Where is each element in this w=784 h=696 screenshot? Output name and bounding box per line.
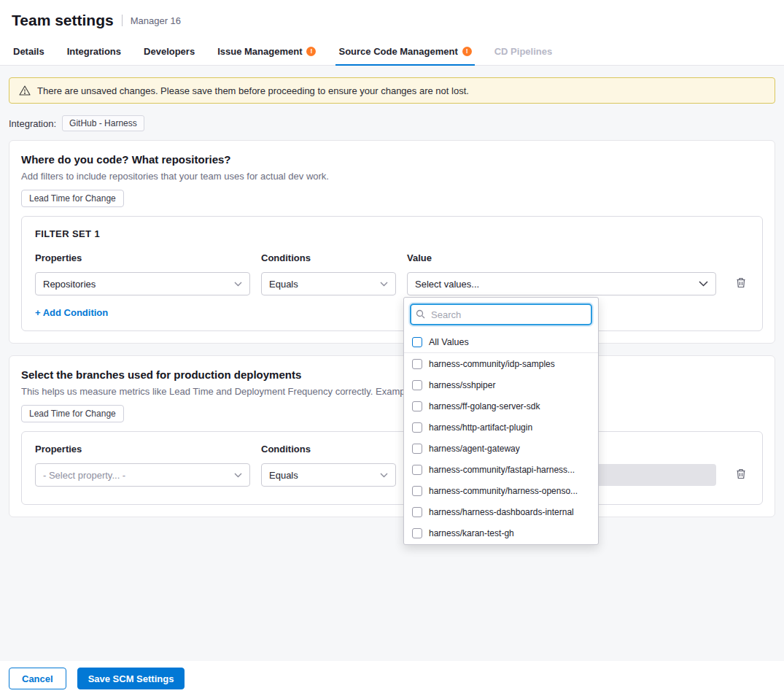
properties-column-label: Properties — [35, 252, 250, 263]
properties-select[interactable]: - Select property... - — [35, 463, 250, 487]
conditions-select-value: Equals — [269, 279, 298, 290]
all-values-option[interactable]: All Values — [404, 331, 598, 353]
repo-option-label: harness/ff-golang-server-sdk — [429, 401, 540, 411]
conditions-select[interactable]: Equals — [261, 463, 396, 487]
properties-column-label: Properties — [35, 444, 250, 455]
filter-set-box: FILTER SET 1 Properties Conditions Value… — [21, 216, 763, 331]
repo-option[interactable]: harness-community/fastapi-harness... — [404, 459, 598, 480]
filter-set-box: Properties Conditions - Select property.… — [21, 431, 763, 505]
tab-developers[interactable]: Developers — [142, 38, 196, 65]
lead-time-tag: Lead Time for Change — [21, 190, 124, 207]
checkbox[interactable] — [412, 337, 422, 347]
value-multiselect[interactable]: Select values... — [407, 272, 716, 295]
value-select-dropdown: All Values harness-community/idp-samples… — [403, 297, 599, 545]
chevron-down-icon — [380, 473, 388, 478]
search-icon — [416, 309, 425, 319]
repo-option[interactable]: harness/harness-dashboards-internal — [404, 501, 598, 522]
checkbox[interactable] — [412, 465, 422, 475]
delete-filter-button[interactable] — [733, 274, 749, 293]
tab-issue-management[interactable]: Issue Management — [216, 38, 317, 65]
card-title: Select the branches used for production … — [21, 368, 763, 382]
tab-integrations[interactable]: Integrations — [66, 38, 123, 65]
conditions-select[interactable]: Equals — [261, 272, 396, 295]
integration-row: Integration: GitHub - Harness — [9, 115, 775, 131]
title-divider — [122, 15, 123, 26]
properties-select-placeholder: - Select property... - — [43, 470, 125, 481]
repo-option-label: harness/sshpiper — [429, 380, 495, 390]
conditions-select-value: Equals — [269, 470, 298, 481]
repo-option-label: harness/harness-dashboards-internal — [429, 507, 574, 517]
warning-badge-icon — [306, 47, 316, 56]
properties-select[interactable]: Repositories — [35, 272, 250, 295]
tab-label: Developers — [144, 46, 195, 57]
card-subtitle: Add filters to include repositories that… — [21, 170, 763, 182]
repo-option-label: harness/agent-gateway — [429, 444, 520, 454]
branches-card: Select the branches used for production … — [9, 355, 775, 517]
footer-bar: Cancel Save SCM Settings — [0, 661, 784, 696]
value-column-label: Value — [407, 252, 716, 263]
checkbox[interactable] — [412, 528, 422, 538]
chevron-down-icon — [234, 473, 242, 478]
value-select-placeholder: Select values... — [415, 279, 479, 290]
repo-option-label: harness-community/idp-samples — [429, 359, 555, 369]
page: Team settings Manager 16 Details Integra… — [0, 0, 784, 696]
repo-option-label: harness-community/fastapi-harness... — [429, 465, 575, 475]
tab-label: Integrations — [67, 46, 121, 57]
checkbox[interactable] — [412, 380, 422, 390]
warning-badge-icon — [462, 47, 472, 56]
repositories-card: Where do you code? What repositories? Ad… — [9, 140, 775, 344]
dropdown-search-input[interactable] — [410, 303, 592, 325]
conditions-column-label: Conditions — [261, 252, 396, 263]
tab-label: CD Pipelines — [494, 46, 552, 57]
checkbox[interactable] — [412, 444, 422, 454]
content-area: There are unsaved changes. Please save t… — [0, 66, 784, 661]
filter-set-title: FILTER SET 1 — [35, 228, 749, 239]
page-title: Team settings — [12, 11, 114, 30]
cancel-button[interactable]: Cancel — [9, 668, 66, 689]
lead-time-tag: Lead Time for Change — [21, 405, 124, 422]
repo-option[interactable]: harness-community/idp-samples — [404, 353, 598, 374]
tab-label: Source Code Management — [338, 46, 457, 57]
trash-icon — [736, 468, 746, 479]
repo-option[interactable]: harness/agent-gateway — [404, 438, 598, 459]
chevron-down-icon — [699, 281, 708, 287]
filter-row: Repositories Equals Select values... — [35, 272, 749, 295]
integration-chip[interactable]: GitHub - Harness — [62, 115, 144, 131]
add-condition-link[interactable]: + Add Condition — [35, 307, 108, 318]
repo-option[interactable]: harness/karan-test-gh — [404, 522, 598, 544]
repo-option[interactable]: harness/sshpiper — [404, 374, 598, 395]
tab-details[interactable]: Details — [12, 38, 46, 65]
checkbox[interactable] — [412, 507, 422, 517]
conditions-column-label: Conditions — [261, 444, 396, 455]
repo-option[interactable]: harness/ff-golang-server-sdk — [404, 395, 598, 417]
trash-icon — [736, 277, 746, 288]
tab-cd-pipelines: CD Pipelines — [493, 38, 554, 65]
repo-option-label: harness/karan-test-gh — [429, 528, 514, 538]
filter-column-labels: Properties Conditions Value — [35, 252, 749, 272]
delete-filter-button[interactable] — [733, 465, 749, 484]
checkbox[interactable] — [412, 359, 422, 369]
tab-label: Details — [13, 46, 44, 57]
tab-bar: Details Integrations Developers Issue Ma… — [0, 38, 784, 66]
tab-label: Issue Management — [217, 46, 302, 57]
properties-select-value: Repositories — [43, 279, 96, 290]
filter-column-labels: Properties Conditions — [35, 444, 749, 463]
checkbox[interactable] — [412, 422, 422, 433]
checkbox[interactable] — [412, 401, 422, 411]
tab-source-code-management[interactable]: Source Code Management — [337, 38, 473, 65]
page-subtitle: Manager 16 — [131, 15, 181, 26]
chevron-down-icon — [234, 282, 242, 287]
repo-option-label: harness-community/harness-openso... — [429, 486, 578, 496]
integration-label: Integration: — [9, 118, 56, 129]
all-values-label: All Values — [429, 337, 469, 347]
repo-option[interactable]: harness-community/harness-openso... — [404, 480, 598, 501]
dropdown-search — [410, 303, 592, 325]
repo-option-label: harness/http-artifact-plugin — [429, 422, 532, 433]
checkbox[interactable] — [412, 486, 422, 496]
repo-option-clipped[interactable] — [404, 544, 598, 545]
save-scm-settings-button[interactable]: Save SCM Settings — [77, 668, 185, 689]
card-title: Where do you code? What repositories? — [21, 152, 763, 167]
card-subtitle: This helps us measure metrics like Lead … — [21, 385, 763, 398]
banner-text: There are unsaved changes. Please save t… — [37, 85, 469, 96]
repo-option[interactable]: harness/http-artifact-plugin — [404, 417, 598, 438]
